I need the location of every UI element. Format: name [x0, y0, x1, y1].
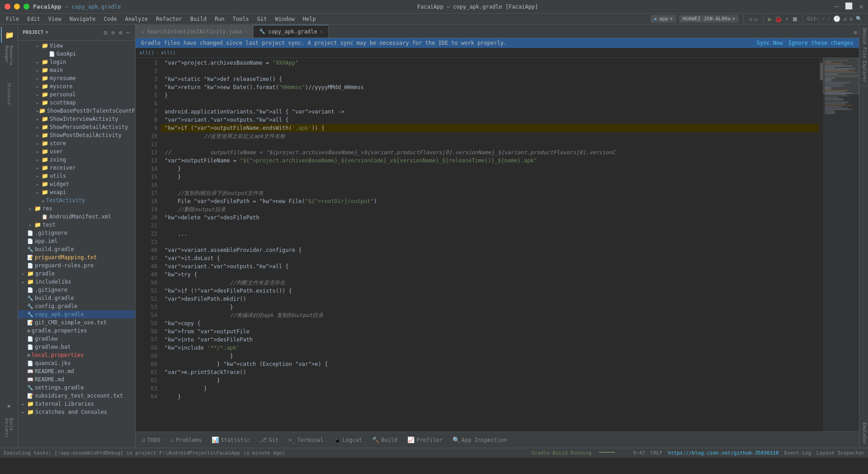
menu-window[interactable]: Window: [271, 15, 298, 23]
tree-item-31[interactable]: 🔧build.gradle: [18, 294, 135, 302]
build-variants-icon[interactable]: Build Variants: [1, 416, 17, 448]
tree-item-1[interactable]: 📄GaoApi: [18, 50, 135, 58]
redo-icon[interactable]: ↻: [849, 15, 853, 22]
tree-item-22[interactable]: ▸📁test: [18, 221, 135, 229]
device-file-explorer-icon[interactable]: Device File Explorer: [859, 24, 868, 86]
run-config-btn[interactable]: ▶ app ▼: [651, 15, 676, 23]
undo-icon[interactable]: ↺: [843, 15, 847, 22]
tree-item-41[interactable]: 📖README.md: [18, 375, 135, 384]
tree-item-5[interactable]: ▸📁myscore: [18, 82, 135, 90]
tree-item-30[interactable]: 📄.gitignore: [18, 286, 135, 294]
tree-item-42[interactable]: 🔧settings.gradle: [18, 384, 135, 392]
nav-back-icon[interactable]: ◁: [748, 15, 752, 23]
tree-item-26[interactable]: 📝priguardMapping.txt: [18, 253, 135, 261]
tree-item-9[interactable]: ▸📁ShowInterviewActivity: [18, 115, 135, 123]
breadcrumb-part1[interactable]: all(): [139, 50, 154, 56]
maximize-button[interactable]: [24, 4, 29, 9]
menu-analyze[interactable]: Analyze: [121, 15, 151, 23]
device-btn[interactable]: HUAWEI JSN-AL00a ▼: [679, 15, 739, 23]
tab-build[interactable]: 🔨 Build: [368, 435, 402, 445]
window-close-icon[interactable]: ✕: [859, 2, 863, 11]
tree-item-25[interactable]: 🔧build.gradle: [18, 245, 135, 253]
gradle-status[interactable]: Gradle Build Running: [532, 450, 591, 456]
stop-button[interactable]: ⏹: [792, 15, 798, 23]
menu-git[interactable]: Git: [254, 15, 271, 23]
tab-profiler[interactable]: 📈 Profiler: [403, 435, 447, 445]
sync-now-button[interactable]: Sync Now: [757, 40, 783, 46]
menu-file[interactable]: File: [2, 15, 23, 23]
recent-files-icon[interactable]: ⊞: [854, 29, 857, 36]
sidebar-close-icon[interactable]: ─: [125, 28, 131, 37]
sidebar-settings-icon[interactable]: ⚙: [103, 28, 108, 37]
tree-item-24[interactable]: 📄app.iml: [18, 237, 135, 245]
favorites-icon[interactable]: ★: [1, 397, 17, 413]
tree-item-35[interactable]: ⚙gradle.properties: [18, 327, 135, 335]
git-clock-icon[interactable]: 🕐: [833, 15, 840, 22]
tab-problems[interactable]: ⚠ Problems: [166, 435, 207, 445]
tree-item-29[interactable]: ▸📁includelibs: [18, 278, 135, 286]
code-content[interactable]: "var">project.archivesBaseName = "XXXApp…: [161, 58, 819, 431]
tab-search-activity[interactable]: ☕ SearchIntentionIActivity.java ✕: [136, 25, 253, 38]
tree-item-43[interactable]: 📝subsidiary_test_account.txt: [18, 392, 135, 400]
tree-item-10[interactable]: ▸📁ShowPersonDetailActivity: [18, 123, 135, 131]
search-everywhere-icon[interactable]: 🔍: [856, 16, 862, 22]
menu-run[interactable]: Run: [211, 15, 228, 23]
tree-item-13[interactable]: ▸📁user: [18, 147, 135, 156]
menu-edit[interactable]: Edit: [24, 15, 44, 23]
tree-item-32[interactable]: 🔧config.gradle: [18, 302, 135, 310]
git-label[interactable]: Git:: [807, 16, 820, 22]
tree-item-28[interactable]: ▸📁gradle: [18, 270, 135, 278]
tree-item-7[interactable]: ▸📁scottmap: [18, 99, 135, 107]
tree-item-6[interactable]: ▸📁personal: [18, 90, 135, 99]
encoding-label[interactable]: CRLF: [651, 450, 663, 456]
tree-item-16[interactable]: ▸📁utils: [18, 172, 135, 180]
sidebar-title-arrow[interactable]: ▼: [45, 29, 48, 35]
tree-item-15[interactable]: ▸📁receiver: [18, 164, 135, 172]
tree-item-20[interactable]: ▸📁res: [18, 204, 135, 213]
menu-code[interactable]: Code: [100, 15, 121, 23]
tab-git[interactable]: ⎇ Git: [255, 435, 283, 445]
tree-item-4[interactable]: ▸📁myresume: [18, 74, 135, 82]
layout-inspector-btn[interactable]: Layout Inspector: [816, 450, 864, 456]
window-minimize-icon[interactable]: ─: [835, 2, 839, 11]
tree-item-2[interactable]: ▸📁login: [18, 58, 135, 66]
tree-item-17[interactable]: ▸📁widget: [18, 180, 135, 188]
tab-statistic[interactable]: 📊 Statistic: [207, 435, 255, 445]
tree-item-19[interactable]: ☕TestActivity: [18, 196, 135, 204]
window-restore-icon[interactable]: ⬜: [845, 2, 853, 11]
coverage-button[interactable]: ⚡: [785, 15, 788, 23]
tab-copy-apk[interactable]: 🔧 copy_apk.gradle ✕: [253, 25, 328, 38]
close-button[interactable]: [5, 4, 10, 9]
menu-help[interactable]: Help: [299, 15, 320, 23]
tree-item-0[interactable]: ▸📁View: [18, 42, 135, 50]
tree-item-37[interactable]: 📄gradlew.bat: [18, 343, 135, 351]
ignore-changes-button[interactable]: Ignore these changes: [788, 40, 854, 46]
tree-item-39[interactable]: 📄quancai.jks: [18, 359, 135, 367]
tree-item-33[interactable]: 🔧copy_apk.gradle: [18, 310, 135, 318]
run-button[interactable]: ▶: [768, 15, 772, 23]
tree-item-14[interactable]: ▸📁zxing: [18, 156, 135, 164]
nav-forward-icon[interactable]: ▷: [755, 15, 758, 23]
resource-manager-icon[interactable]: Resource Manager: [1, 44, 17, 80]
tree-item-45[interactable]: ▸📁Scratches and Consoles: [18, 408, 135, 416]
tree-item-12[interactable]: ▸📁store: [18, 139, 135, 147]
tab-search-close[interactable]: ✕: [245, 29, 247, 34]
tree-item-21[interactable]: 📋AndroidManifest.xml: [18, 213, 135, 221]
tab-terminal[interactable]: >_ Terminal: [284, 435, 328, 445]
tree-item-3[interactable]: ▸📁main: [18, 66, 135, 74]
tree-item-40[interactable]: 📖README.en.md: [18, 367, 135, 375]
menu-build[interactable]: Build: [187, 15, 210, 23]
menu-navigate[interactable]: Navigate: [66, 15, 99, 23]
tree-item-38[interactable]: ⚙local.properties: [18, 351, 135, 359]
tree-item-11[interactable]: ▸📁ShowPostDetailActivity: [18, 131, 135, 139]
sidebar-sync-icon[interactable]: ⊕: [118, 28, 123, 37]
tree-item-8[interactable]: ▸📁ShowBasePostOrTalentsCountFragment: [18, 107, 135, 115]
url-link[interactable]: https://blog.csdn.net/github-35030318: [668, 450, 778, 456]
breadcrumb-part2[interactable]: all(): [161, 50, 176, 56]
tree-item-23[interactable]: 📄.gitignore: [18, 229, 135, 237]
emulator-icon[interactable]: Emulator: [859, 419, 868, 448]
tab-app-inspection[interactable]: 🔍 App Inspection: [448, 435, 512, 445]
tree-item-27[interactable]: 📄proguard-rules.pro: [18, 261, 135, 270]
tree-item-36[interactable]: 📄gradlew: [18, 335, 135, 343]
tab-copy-close[interactable]: ✕: [320, 29, 323, 34]
